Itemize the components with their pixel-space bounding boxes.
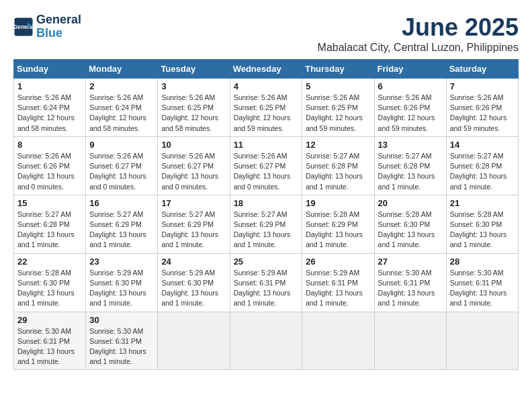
day-number: 7 — [450, 81, 515, 91]
day-number: 16 — [89, 198, 154, 208]
day-info: Sunrise: 5:28 AM Sunset: 6:30 PM Dayligh… — [378, 210, 443, 250]
day-info: Sunrise: 5:27 AM Sunset: 6:28 PM Dayligh… — [450, 151, 515, 192]
daylight-label: Daylight: 12 hours and 59 minutes. — [450, 113, 507, 132]
day-number: 5 — [306, 81, 370, 91]
day-info: Sunrise: 5:27 AM Sunset: 6:28 PM Dayligh… — [17, 210, 82, 250]
daylight-label: Daylight: 12 hours and 58 minutes. — [161, 113, 218, 132]
sunrise-label: Sunrise: 5:28 AM — [378, 210, 432, 218]
day-number: 2 — [89, 81, 154, 91]
calendar-day-cell: 25 Sunrise: 5:29 AM Sunset: 6:31 PM Dayl… — [230, 253, 302, 312]
day-number: 22 — [17, 257, 82, 267]
sunrise-label: Sunrise: 5:29 AM — [161, 269, 215, 277]
day-info: Sunrise: 5:27 AM Sunset: 6:29 PM Dayligh… — [161, 210, 226, 250]
sunrise-label: Sunrise: 5:26 AM — [89, 152, 143, 160]
sunrise-label: Sunrise: 5:29 AM — [306, 269, 359, 277]
day-info: Sunrise: 5:30 AM Sunset: 6:31 PM Dayligh… — [89, 326, 154, 367]
daylight-label: Daylight: 13 hours and 1 minute. — [89, 347, 146, 365]
daylight-label: Daylight: 12 hours and 59 minutes. — [234, 113, 291, 132]
day-info: Sunrise: 5:26 AM Sunset: 6:27 PM Dayligh… — [89, 151, 154, 192]
sunset-label: Sunset: 6:30 PM — [161, 279, 214, 287]
daylight-label: Daylight: 13 hours and 1 minute. — [89, 289, 146, 307]
sunrise-label: Sunrise: 5:30 AM — [17, 327, 71, 335]
page-header: General General Blue June 2025 Mabalacat… — [13, 13, 519, 54]
logo-icon: General — [13, 17, 34, 37]
sunset-label: Sunset: 6:26 PM — [450, 103, 502, 111]
sunset-label: Sunset: 6:29 PM — [161, 220, 214, 228]
weekday-header-row: SundayMondayTuesdayWednesdayThursdayFrid… — [14, 60, 519, 79]
sunset-label: Sunset: 6:30 PM — [378, 220, 431, 228]
calendar-day-cell: 22 Sunrise: 5:28 AM Sunset: 6:30 PM Dayl… — [14, 253, 86, 312]
sunrise-label: Sunrise: 5:27 AM — [161, 210, 215, 218]
day-info: Sunrise: 5:30 AM Sunset: 6:31 PM Dayligh… — [378, 268, 443, 309]
weekday-header: Monday — [86, 60, 158, 79]
sunset-label: Sunset: 6:25 PM — [234, 103, 286, 111]
day-info: Sunrise: 5:29 AM Sunset: 6:31 PM Dayligh… — [306, 268, 370, 309]
sunset-label: Sunset: 6:27 PM — [234, 162, 286, 170]
day-info: Sunrise: 5:26 AM Sunset: 6:25 PM Dayligh… — [234, 93, 299, 134]
calendar-day-cell: 12 Sunrise: 5:27 AM Sunset: 6:28 PM Dayl… — [302, 136, 374, 195]
day-info: Sunrise: 5:26 AM Sunset: 6:24 PM Dayligh… — [89, 93, 154, 134]
day-info: Sunrise: 5:26 AM Sunset: 6:26 PM Dayligh… — [17, 151, 82, 192]
calendar-week-row: 15 Sunrise: 5:27 AM Sunset: 6:28 PM Dayl… — [14, 195, 519, 253]
day-number: 20 — [378, 198, 443, 208]
calendar-day-cell: 23 Sunrise: 5:29 AM Sunset: 6:30 PM Dayl… — [86, 253, 158, 312]
day-info: Sunrise: 5:28 AM Sunset: 6:29 PM Dayligh… — [306, 210, 370, 250]
day-number: 12 — [306, 140, 370, 150]
sunrise-label: Sunrise: 5:26 AM — [450, 93, 504, 101]
sunrise-label: Sunrise: 5:27 AM — [450, 152, 504, 160]
calendar-day-cell: 24 Sunrise: 5:29 AM Sunset: 6:30 PM Dayl… — [158, 253, 230, 312]
day-number: 26 — [306, 257, 370, 267]
daylight-label: Daylight: 13 hours and 1 minute. — [17, 230, 75, 248]
daylight-label: Daylight: 13 hours and 1 minute. — [234, 230, 291, 248]
sunrise-label: Sunrise: 5:26 AM — [161, 93, 215, 101]
sunset-label: Sunset: 6:31 PM — [89, 337, 142, 345]
calendar-day-cell: 17 Sunrise: 5:27 AM Sunset: 6:29 PM Dayl… — [158, 195, 230, 253]
sunset-label: Sunset: 6:28 PM — [17, 220, 70, 228]
day-info: Sunrise: 5:27 AM Sunset: 6:29 PM Dayligh… — [234, 210, 299, 250]
sunrise-label: Sunrise: 5:30 AM — [450, 269, 504, 277]
sunrise-label: Sunrise: 5:28 AM — [17, 269, 71, 277]
sunrise-label: Sunrise: 5:26 AM — [306, 93, 359, 101]
calendar-day-cell — [302, 312, 374, 370]
calendar-week-row: 8 Sunrise: 5:26 AM Sunset: 6:26 PM Dayli… — [14, 136, 519, 195]
daylight-label: Daylight: 13 hours and 0 minutes. — [89, 172, 146, 190]
day-info: Sunrise: 5:27 AM Sunset: 6:28 PM Dayligh… — [306, 151, 370, 192]
weekday-header: Saturday — [446, 60, 518, 79]
sunrise-label: Sunrise: 5:27 AM — [234, 210, 287, 218]
sunset-label: Sunset: 6:25 PM — [306, 103, 358, 111]
sunset-label: Sunset: 6:27 PM — [89, 162, 142, 170]
day-number: 8 — [17, 140, 82, 150]
sunset-label: Sunset: 6:28 PM — [378, 162, 431, 170]
day-info: Sunrise: 5:28 AM Sunset: 6:30 PM Dayligh… — [450, 210, 515, 250]
day-info: Sunrise: 5:26 AM Sunset: 6:27 PM Dayligh… — [161, 151, 226, 192]
calendar-day-cell: 4 Sunrise: 5:26 AM Sunset: 6:25 PM Dayli… — [230, 79, 302, 137]
sunset-label: Sunset: 6:30 PM — [89, 279, 142, 287]
calendar-day-cell: 3 Sunrise: 5:26 AM Sunset: 6:25 PM Dayli… — [158, 79, 230, 137]
day-number: 29 — [17, 315, 82, 325]
daylight-label: Daylight: 13 hours and 1 minute. — [161, 230, 218, 248]
calendar-table: SundayMondayTuesdayWednesdayThursdayFrid… — [13, 59, 519, 370]
day-info: Sunrise: 5:29 AM Sunset: 6:30 PM Dayligh… — [161, 268, 226, 309]
sunset-label: Sunset: 6:31 PM — [17, 337, 70, 345]
sunset-label: Sunset: 6:31 PM — [234, 279, 286, 287]
sunrise-label: Sunrise: 5:26 AM — [161, 152, 215, 160]
day-info: Sunrise: 5:27 AM Sunset: 6:29 PM Dayligh… — [89, 210, 154, 250]
calendar-week-row: 29 Sunrise: 5:30 AM Sunset: 6:31 PM Dayl… — [14, 312, 519, 370]
sunrise-label: Sunrise: 5:26 AM — [234, 152, 287, 160]
sunrise-label: Sunrise: 5:27 AM — [378, 152, 432, 160]
day-number: 13 — [378, 140, 443, 150]
daylight-label: Daylight: 13 hours and 1 minute. — [306, 230, 363, 248]
daylight-label: Daylight: 13 hours and 1 minute. — [306, 172, 363, 190]
day-number: 4 — [234, 81, 299, 91]
day-number: 28 — [450, 257, 515, 267]
day-number: 23 — [89, 257, 154, 267]
sunrise-label: Sunrise: 5:30 AM — [378, 269, 432, 277]
sunrise-label: Sunrise: 5:26 AM — [17, 93, 71, 101]
day-info: Sunrise: 5:26 AM Sunset: 6:26 PM Dayligh… — [450, 93, 515, 134]
daylight-label: Daylight: 13 hours and 1 minute. — [89, 230, 146, 248]
day-info: Sunrise: 5:30 AM Sunset: 6:31 PM Dayligh… — [450, 268, 515, 309]
calendar-day-cell: 8 Sunrise: 5:26 AM Sunset: 6:26 PM Dayli… — [14, 136, 86, 195]
daylight-label: Daylight: 13 hours and 1 minute. — [450, 289, 507, 307]
weekday-header: Wednesday — [230, 60, 302, 79]
location-subtitle: Mabalacat City, Central Luzon, Philippin… — [318, 42, 519, 54]
